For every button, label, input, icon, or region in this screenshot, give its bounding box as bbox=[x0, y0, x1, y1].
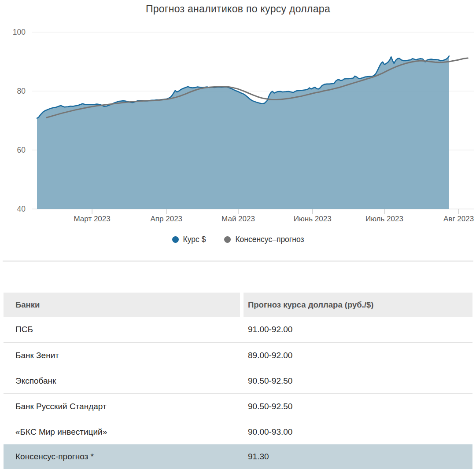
forecast-table-header: Банки Прогноз курса доллара (руб./$) bbox=[4, 293, 472, 317]
forecast-value-cell: 89.00-92.00 bbox=[240, 351, 472, 360]
table-row: Экспобанк90.50-92.50 bbox=[4, 368, 472, 393]
bank-name-cell: Банк Русский Стандарт bbox=[4, 402, 240, 411]
bank-name-cell: ПСБ bbox=[4, 325, 240, 334]
x-axis-label: Авг 2023 bbox=[443, 215, 474, 223]
x-axis-label: Март 2023 bbox=[74, 215, 111, 223]
legend-dot-icon bbox=[224, 236, 231, 243]
y-axis-label: 60 bbox=[17, 146, 26, 154]
forecast-table-body: ПСБ91.00-92.00Банк Зенит89.00-92.00Экспо… bbox=[4, 317, 472, 469]
bank-name-cell: Консенсус-прогноз * bbox=[4, 452, 240, 462]
bank-name-cell: Банк Зенит bbox=[4, 351, 240, 360]
forecast-value-cell: 91.30 bbox=[240, 452, 472, 462]
x-axis-label: Май 2023 bbox=[221, 215, 255, 223]
infographic-page: Прогноз аналитиков по курсу доллара 4060… bbox=[0, 0, 476, 469]
column-header-forecast: Прогноз курса доллара (руб./$) bbox=[240, 293, 472, 317]
section-divider bbox=[3, 260, 473, 262]
legend-item-0: Курс $ bbox=[172, 235, 206, 244]
x-axis-label: Апр 2023 bbox=[151, 215, 183, 223]
y-axis-label: 100 bbox=[13, 28, 26, 37]
bank-name-cell: «БКС Мир инвестиций» bbox=[4, 427, 240, 437]
table-row: Банк Русский Стандарт90.50-92.50 bbox=[4, 393, 472, 419]
chart-legend: Курс $Консенсус–прогноз bbox=[0, 235, 476, 244]
exchange-rate-chart: 406080100Март 2023Апр 2023Май 2023Июнь 2… bbox=[0, 20, 476, 227]
consensus-row: Консенсус-прогноз *91.30 bbox=[4, 444, 472, 469]
column-header-banks: Банки bbox=[4, 293, 240, 317]
rate-area-fill bbox=[37, 56, 449, 209]
forecast-value-cell: 90.00-93.00 bbox=[240, 427, 472, 437]
x-axis-label: Июль 2023 bbox=[365, 215, 403, 223]
forecast-value-cell: 90.50-92.50 bbox=[240, 402, 472, 411]
forecast-value-cell: 91.00-92.00 bbox=[240, 325, 472, 334]
table-row: ПСБ91.00-92.00 bbox=[4, 317, 472, 342]
legend-item-1: Консенсус–прогноз bbox=[224, 235, 304, 244]
forecast-table: Банки Прогноз курса доллара (руб./$) ПСБ… bbox=[4, 293, 472, 469]
legend-label: Консенсус–прогноз bbox=[235, 235, 304, 244]
y-axis-label: 40 bbox=[17, 205, 26, 213]
y-axis-label: 80 bbox=[17, 87, 26, 95]
bank-name-cell: Экспобанк bbox=[4, 376, 240, 386]
page-title: Прогноз аналитиков по курсу доллара bbox=[0, 3, 476, 15]
forecast-value-cell: 90.50-92.50 bbox=[240, 376, 472, 386]
legend-label: Курс $ bbox=[183, 235, 206, 244]
table-row: Банк Зенит89.00-92.00 bbox=[4, 342, 472, 368]
table-row: «БКС Мир инвестиций»90.00-93.00 bbox=[4, 419, 472, 444]
legend-dot-icon bbox=[172, 236, 179, 243]
x-axis-label: Июнь 2023 bbox=[294, 215, 332, 223]
